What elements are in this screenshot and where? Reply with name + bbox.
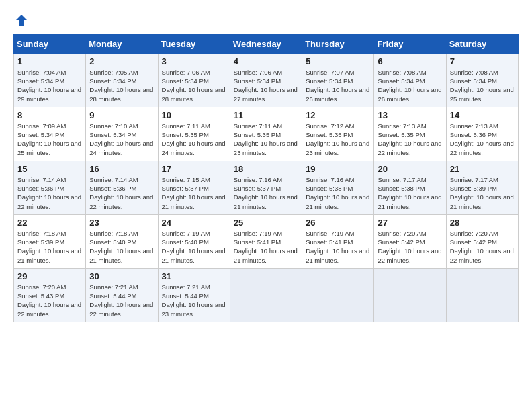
calendar-day-cell: 7 Sunrise: 7:08 AM Sunset: 5:34 PM Dayli… [446, 53, 518, 107]
calendar-day-cell: 17 Sunrise: 7:15 AM Sunset: 5:37 PM Dayl… [158, 161, 230, 214]
day-detail: Sunrise: 7:06 AM Sunset: 5:34 PM Dayligh… [234, 68, 298, 103]
day-number: 20 [378, 164, 442, 174]
svg-marker-0 [16, 15, 27, 26]
day-detail: Sunrise: 7:13 AM Sunset: 5:35 PM Dayligh… [378, 122, 442, 157]
calendar-day-cell: 22 Sunrise: 7:18 AM Sunset: 5:39 PM Dayl… [14, 214, 86, 268]
calendar-day-cell [374, 268, 446, 322]
day-detail: Sunrise: 7:14 AM Sunset: 5:36 PM Dayligh… [17, 175, 82, 211]
day-detail: Sunrise: 7:21 AM Sunset: 5:44 PM Dayligh… [89, 283, 154, 318]
day-number: 17 [162, 164, 226, 174]
day-number: 6 [378, 56, 442, 66]
day-number: 26 [306, 218, 370, 228]
day-detail: Sunrise: 7:12 AM Sunset: 5:35 PM Dayligh… [306, 122, 370, 157]
calendar-day-cell [302, 268, 374, 322]
calendar-body: 1 Sunrise: 7:04 AM Sunset: 5:34 PM Dayli… [14, 53, 519, 322]
day-number: 30 [89, 271, 154, 281]
day-number: 27 [378, 218, 442, 228]
day-number: 22 [17, 218, 82, 228]
calendar-day-cell: 1 Sunrise: 7:04 AM Sunset: 5:34 PM Dayli… [14, 53, 86, 107]
day-number: 23 [89, 218, 154, 228]
day-detail: Sunrise: 7:20 AM Sunset: 5:42 PM Dayligh… [378, 229, 442, 265]
day-detail: Sunrise: 7:11 AM Sunset: 5:35 PM Dayligh… [162, 122, 226, 157]
day-number: 15 [17, 164, 82, 174]
day-number: 16 [89, 164, 154, 174]
calendar-day-cell: 24 Sunrise: 7:19 AM Sunset: 5:40 PM Dayl… [158, 214, 230, 268]
day-detail: Sunrise: 7:19 AM Sunset: 5:41 PM Dayligh… [306, 229, 370, 265]
calendar-week-row: 8 Sunrise: 7:09 AM Sunset: 5:34 PM Dayli… [14, 107, 519, 161]
day-number: 10 [162, 110, 226, 120]
calendar-day-cell: 30 Sunrise: 7:21 AM Sunset: 5:44 PM Dayl… [86, 268, 158, 322]
day-number: 2 [89, 56, 154, 66]
calendar-day-cell: 8 Sunrise: 7:09 AM Sunset: 5:34 PM Dayli… [14, 107, 86, 161]
day-number: 12 [306, 110, 370, 120]
calendar-week-row: 1 Sunrise: 7:04 AM Sunset: 5:34 PM Dayli… [14, 53, 519, 107]
day-number: 8 [17, 110, 82, 120]
calendar-day-cell [446, 268, 518, 322]
logo [13, 13, 28, 28]
day-detail: Sunrise: 7:19 AM Sunset: 5:40 PM Dayligh… [162, 229, 226, 265]
calendar-day-cell: 25 Sunrise: 7:19 AM Sunset: 5:41 PM Dayl… [230, 214, 302, 268]
day-detail: Sunrise: 7:10 AM Sunset: 5:34 PM Dayligh… [89, 122, 154, 157]
day-number: 11 [234, 110, 298, 120]
calendar-day-cell: 3 Sunrise: 7:06 AM Sunset: 5:34 PM Dayli… [158, 53, 230, 107]
day-detail: Sunrise: 7:17 AM Sunset: 5:38 PM Dayligh… [378, 175, 442, 211]
day-detail: Sunrise: 7:20 AM Sunset: 5:42 PM Dayligh… [450, 229, 515, 265]
calendar-day-cell: 27 Sunrise: 7:20 AM Sunset: 5:42 PM Dayl… [374, 214, 446, 268]
day-number: 21 [450, 164, 515, 174]
weekday-header-cell: Sunday [14, 34, 86, 53]
day-number: 25 [234, 218, 298, 228]
day-number: 18 [234, 164, 298, 174]
day-number: 5 [306, 56, 370, 66]
day-number: 1 [17, 56, 82, 66]
calendar-table: SundayMondayTuesdayWednesdayThursdayFrid… [13, 34, 519, 322]
day-detail: Sunrise: 7:11 AM Sunset: 5:35 PM Dayligh… [234, 122, 298, 157]
day-detail: Sunrise: 7:18 AM Sunset: 5:39 PM Dayligh… [17, 229, 82, 265]
calendar-day-cell: 28 Sunrise: 7:20 AM Sunset: 5:42 PM Dayl… [446, 214, 518, 268]
day-detail: Sunrise: 7:09 AM Sunset: 5:34 PM Dayligh… [17, 122, 82, 157]
calendar-day-cell: 11 Sunrise: 7:11 AM Sunset: 5:35 PM Dayl… [230, 107, 302, 161]
day-number: 13 [378, 110, 442, 120]
day-number: 9 [89, 110, 154, 120]
day-detail: Sunrise: 7:05 AM Sunset: 5:34 PM Dayligh… [89, 68, 154, 103]
calendar-day-cell: 31 Sunrise: 7:21 AM Sunset: 5:44 PM Dayl… [158, 268, 230, 322]
calendar-day-cell: 4 Sunrise: 7:06 AM Sunset: 5:34 PM Dayli… [230, 53, 302, 107]
calendar-header-row: SundayMondayTuesdayWednesdayThursdayFrid… [14, 34, 519, 53]
weekday-header-cell: Wednesday [230, 34, 302, 53]
calendar-day-cell: 19 Sunrise: 7:16 AM Sunset: 5:38 PM Dayl… [302, 161, 374, 214]
page-header [13, 13, 519, 28]
calendar-day-cell: 20 Sunrise: 7:17 AM Sunset: 5:38 PM Dayl… [374, 161, 446, 214]
day-detail: Sunrise: 7:14 AM Sunset: 5:36 PM Dayligh… [89, 175, 154, 211]
calendar-day-cell: 6 Sunrise: 7:08 AM Sunset: 5:34 PM Dayli… [374, 53, 446, 107]
calendar-day-cell: 15 Sunrise: 7:14 AM Sunset: 5:36 PM Dayl… [14, 161, 86, 214]
day-number: 29 [17, 271, 82, 281]
calendar-day-cell: 29 Sunrise: 7:20 AM Sunset: 5:43 PM Dayl… [14, 268, 86, 322]
day-detail: Sunrise: 7:16 AM Sunset: 5:38 PM Dayligh… [306, 175, 370, 211]
calendar-day-cell: 14 Sunrise: 7:13 AM Sunset: 5:36 PM Dayl… [446, 107, 518, 161]
day-detail: Sunrise: 7:20 AM Sunset: 5:43 PM Dayligh… [17, 283, 82, 318]
day-number: 3 [162, 56, 226, 66]
calendar-day-cell: 5 Sunrise: 7:07 AM Sunset: 5:34 PM Dayli… [302, 53, 374, 107]
calendar-week-row: 15 Sunrise: 7:14 AM Sunset: 5:36 PM Dayl… [14, 161, 519, 214]
calendar-day-cell: 12 Sunrise: 7:12 AM Sunset: 5:35 PM Dayl… [302, 107, 374, 161]
day-detail: Sunrise: 7:06 AM Sunset: 5:34 PM Dayligh… [162, 68, 226, 103]
calendar-day-cell: 21 Sunrise: 7:17 AM Sunset: 5:39 PM Dayl… [446, 161, 518, 214]
day-detail: Sunrise: 7:16 AM Sunset: 5:37 PM Dayligh… [234, 175, 298, 211]
weekday-header-cell: Thursday [302, 34, 374, 53]
day-detail: Sunrise: 7:18 AM Sunset: 5:40 PM Dayligh… [89, 229, 154, 265]
calendar-day-cell: 26 Sunrise: 7:19 AM Sunset: 5:41 PM Dayl… [302, 214, 374, 268]
day-detail: Sunrise: 7:04 AM Sunset: 5:34 PM Dayligh… [17, 68, 82, 103]
weekday-header-cell: Friday [374, 34, 446, 53]
day-detail: Sunrise: 7:17 AM Sunset: 5:39 PM Dayligh… [450, 175, 515, 211]
day-number: 19 [306, 164, 370, 174]
calendar-day-cell: 10 Sunrise: 7:11 AM Sunset: 5:35 PM Dayl… [158, 107, 230, 161]
day-detail: Sunrise: 7:13 AM Sunset: 5:36 PM Dayligh… [450, 122, 515, 157]
day-detail: Sunrise: 7:15 AM Sunset: 5:37 PM Dayligh… [162, 175, 226, 211]
logo-text [13, 13, 28, 30]
logo-icon [15, 13, 28, 27]
calendar-day-cell: 23 Sunrise: 7:18 AM Sunset: 5:40 PM Dayl… [86, 214, 158, 268]
calendar-day-cell: 13 Sunrise: 7:13 AM Sunset: 5:35 PM Dayl… [374, 107, 446, 161]
day-detail: Sunrise: 7:08 AM Sunset: 5:34 PM Dayligh… [450, 68, 515, 103]
day-number: 7 [450, 56, 515, 66]
calendar-week-row: 22 Sunrise: 7:18 AM Sunset: 5:39 PM Dayl… [14, 214, 519, 268]
weekday-header-cell: Tuesday [158, 34, 230, 53]
